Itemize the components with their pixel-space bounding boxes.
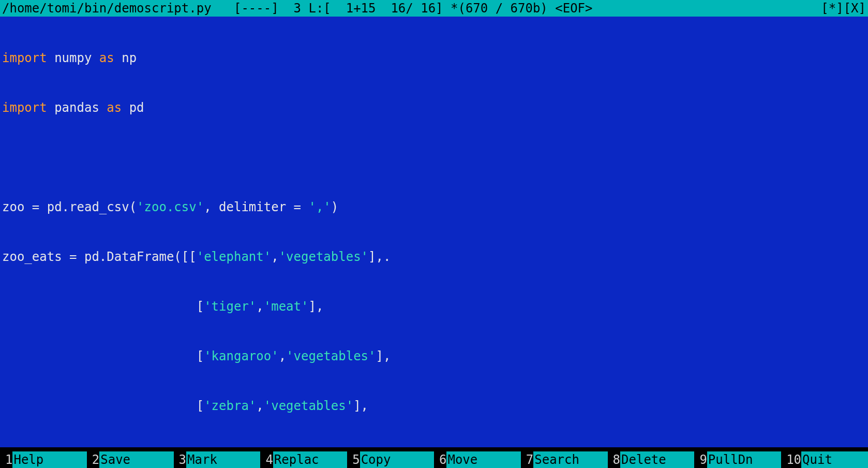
code-text: , delimiter = bbox=[204, 200, 308, 214]
fn-label: PullDn bbox=[707, 451, 781, 468]
indent bbox=[2, 299, 197, 314]
code-text: [ bbox=[197, 299, 204, 314]
cursor-position: 3 L:[ 1+15 16/ 16] *(670 / 670b) <EOF> bbox=[294, 0, 593, 17]
code-text: zoo = pd.read_csv( bbox=[2, 200, 137, 214]
modified-flag: [*] bbox=[821, 0, 843, 17]
fn-label: Move bbox=[446, 451, 520, 468]
code-editor[interactable]: import numpy as np import pandas as pd z… bbox=[0, 17, 868, 447]
fn-number: 8 bbox=[608, 451, 620, 468]
code-line: zoo = pd.read_csv('zoo.csv', delimiter =… bbox=[2, 199, 866, 215]
encoding-flag: [X] bbox=[844, 0, 866, 17]
fn-key-mark[interactable]: 3Mark bbox=[174, 451, 261, 468]
code-text: , bbox=[279, 349, 286, 363]
code-text: ], bbox=[308, 299, 323, 314]
code-text: , bbox=[256, 299, 263, 314]
string-literal: 'zoo.csv' bbox=[137, 200, 204, 214]
code-text: zoo_eats = pd.DataFrame([[ bbox=[2, 250, 197, 264]
code-text: ], bbox=[353, 399, 368, 413]
fn-key-copy[interactable]: 5Copy bbox=[347, 451, 434, 468]
string-literal: ',' bbox=[308, 200, 331, 214]
keyword-as: as bbox=[99, 51, 114, 65]
editor-screen: /home/tomi/bin/demoscript.py [----] 3 L:… bbox=[0, 0, 868, 468]
title-bar: /home/tomi/bin/demoscript.py [----] 3 L:… bbox=[0, 0, 868, 17]
fn-number: 2 bbox=[87, 451, 99, 468]
bottom-gap bbox=[0, 447, 868, 451]
fn-number: 9 bbox=[694, 451, 707, 468]
fn-number: 5 bbox=[347, 451, 360, 468]
code-text: ],. bbox=[368, 250, 391, 264]
fn-label: Help bbox=[12, 451, 86, 468]
indent bbox=[2, 399, 197, 413]
string-literal: 'tiger' bbox=[204, 299, 256, 314]
code-text: numpy bbox=[47, 51, 99, 65]
file-path: /home/tomi/bin/demoscript.py bbox=[2, 0, 212, 17]
code-line bbox=[2, 149, 866, 166]
fn-label: Mark bbox=[186, 451, 260, 468]
code-line: import pandas as pd bbox=[2, 99, 866, 116]
fn-number: 4 bbox=[260, 451, 273, 468]
code-text: , bbox=[271, 250, 278, 264]
fn-key-help[interactable]: 1Help bbox=[0, 451, 87, 468]
code-line: ['zebra','vegetables'], bbox=[2, 398, 866, 414]
fn-number: 6 bbox=[434, 451, 446, 468]
fn-number: 10 bbox=[781, 451, 801, 468]
file-flags: [----] bbox=[234, 0, 279, 17]
keyword-import: import bbox=[2, 51, 47, 65]
fn-key-save[interactable]: 2Save bbox=[87, 451, 174, 468]
string-literal: 'vegetables' bbox=[279, 250, 368, 264]
title-gap2 bbox=[279, 0, 294, 17]
code-text: ], bbox=[376, 349, 391, 363]
fn-label: Save bbox=[99, 451, 173, 468]
fn-key-pulldn[interactable]: 9PullDn bbox=[694, 451, 781, 468]
fn-label: Quit bbox=[801, 451, 868, 468]
fn-number: 3 bbox=[174, 451, 186, 468]
fn-key-delete[interactable]: 8Delete bbox=[608, 451, 695, 468]
title-spacer bbox=[593, 0, 821, 17]
code-text: np bbox=[114, 51, 137, 65]
fn-key-quit[interactable]: 10Quit bbox=[781, 451, 868, 468]
fn-label: Delete bbox=[620, 451, 694, 468]
code-text: [ bbox=[197, 399, 204, 413]
code-line: import numpy as np bbox=[2, 50, 866, 66]
fn-label: Search bbox=[533, 451, 607, 468]
keyword-as: as bbox=[107, 100, 122, 115]
code-line: ['tiger','meat'], bbox=[2, 298, 866, 315]
fn-number: 7 bbox=[521, 451, 533, 468]
code-line: ['kangaroo','vegetables'], bbox=[2, 348, 866, 364]
code-text: pandas bbox=[47, 100, 107, 115]
fn-key-replace[interactable]: 4Replac bbox=[260, 451, 347, 468]
fn-key-search[interactable]: 7Search bbox=[521, 451, 608, 468]
code-text: pd bbox=[122, 100, 144, 115]
fn-number: 1 bbox=[0, 451, 12, 468]
string-literal: 'meat' bbox=[264, 299, 309, 314]
string-literal: 'kangaroo' bbox=[204, 349, 279, 363]
string-literal: 'vegetables' bbox=[264, 399, 353, 413]
code-line: zoo_eats = pd.DataFrame([['elephant','ve… bbox=[2, 248, 866, 265]
fn-label: Replac bbox=[273, 451, 347, 468]
string-literal: 'vegetables' bbox=[286, 349, 376, 363]
string-literal: 'elephant' bbox=[197, 250, 272, 264]
fn-label: Copy bbox=[360, 451, 434, 468]
keyword-import: import bbox=[2, 100, 47, 115]
code-text: , bbox=[256, 399, 263, 413]
code-text: [ bbox=[197, 349, 204, 363]
title-gap1 bbox=[212, 0, 234, 17]
fn-key-move[interactable]: 6Move bbox=[434, 451, 521, 468]
function-key-bar: 1Help 2Save 3Mark 4Replac 5Copy 6Move 7S… bbox=[0, 451, 868, 468]
code-text: ) bbox=[331, 200, 338, 214]
string-literal: 'zebra' bbox=[204, 399, 256, 413]
indent bbox=[2, 349, 197, 363]
